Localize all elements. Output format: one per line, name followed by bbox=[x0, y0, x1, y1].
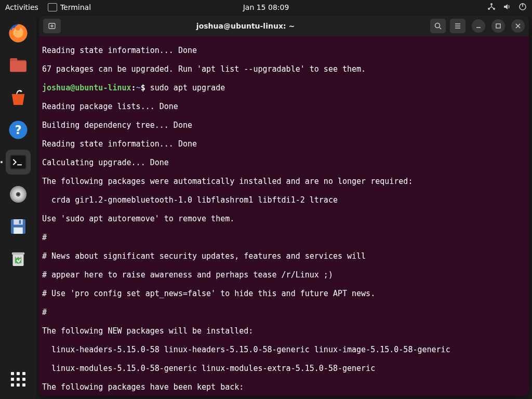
term-line: The following packages have been kept ba… bbox=[39, 382, 529, 392]
dock-trash[interactable] bbox=[6, 246, 31, 271]
term-line: The following NEW packages will be insta… bbox=[39, 326, 529, 336]
network-icon[interactable] bbox=[487, 3, 496, 12]
term-line: The following packages were automaticall… bbox=[39, 177, 529, 186]
volume-icon[interactable] bbox=[503, 3, 511, 12]
term-line: 67 packages can be upgraded. Run 'apt li… bbox=[39, 64, 529, 74]
search-button[interactable] bbox=[430, 19, 446, 33]
svg-rect-12 bbox=[11, 156, 25, 169]
window-title: joshua@ubuntu-linux: ~ bbox=[65, 22, 426, 30]
term-line: Building dependency tree... Done bbox=[39, 121, 529, 130]
command-text: sudo apt upgrade bbox=[145, 83, 225, 92]
term-line: Reading state information... Done bbox=[39, 139, 529, 149]
terminal-window: joshua@ubuntu-linux: ~ Reading state inf… bbox=[39, 16, 529, 396]
prompt-path: ~ bbox=[136, 83, 141, 92]
svg-rect-26 bbox=[496, 24, 500, 28]
new-tab-button[interactable] bbox=[43, 19, 61, 33]
activities-button[interactable]: Activities bbox=[5, 3, 38, 11]
terminal-app-icon bbox=[48, 3, 57, 11]
svg-text:?: ? bbox=[15, 123, 21, 137]
svg-point-16 bbox=[17, 193, 19, 195]
term-line: Use 'sudo apt autoremove' to remove them… bbox=[39, 214, 529, 223]
close-button[interactable] bbox=[511, 19, 525, 33]
term-line: linux-headers-5.15.0-58 linux-headers-5.… bbox=[39, 345, 529, 354]
dock-files[interactable] bbox=[6, 53, 31, 78]
clock[interactable]: Jan 15 08:09 bbox=[243, 3, 289, 11]
dock-disc[interactable] bbox=[6, 182, 31, 207]
svg-rect-4 bbox=[522, 3, 523, 7]
dock-save[interactable] bbox=[6, 214, 31, 239]
apps-grid-icon bbox=[11, 372, 25, 387]
dock-software[interactable] bbox=[6, 85, 31, 110]
svg-rect-22 bbox=[12, 252, 25, 255]
maximize-button[interactable] bbox=[491, 19, 505, 33]
app-menu[interactable]: Terminal bbox=[48, 3, 91, 11]
term-line: Reading state information... Done bbox=[39, 46, 529, 55]
svg-point-25 bbox=[435, 23, 440, 28]
show-applications-button[interactable] bbox=[6, 367, 31, 392]
terminal-output[interactable]: Reading state information... Done 67 pac… bbox=[39, 36, 529, 396]
minimize-button[interactable] bbox=[472, 19, 485, 33]
term-line: # bbox=[39, 308, 529, 317]
term-line: # appear here to raise awareness and per… bbox=[39, 270, 529, 280]
svg-rect-19 bbox=[14, 228, 23, 234]
window-titlebar: joshua@ubuntu-linux: ~ bbox=[39, 16, 529, 36]
dock-help[interactable]: ? bbox=[6, 117, 31, 142]
term-line: Reading package lists... Done bbox=[39, 102, 529, 111]
term-line: # Use 'pro config set apt_news=false' to… bbox=[39, 289, 529, 298]
svg-rect-18 bbox=[14, 219, 23, 225]
svg-rect-20 bbox=[19, 220, 21, 224]
svg-rect-8 bbox=[10, 61, 26, 72]
prompt-user-host: joshua@ubuntu-linux bbox=[42, 83, 131, 92]
term-line: # bbox=[39, 233, 529, 242]
term-line: # News about significant security update… bbox=[39, 251, 529, 261]
dock-terminal[interactable] bbox=[6, 150, 31, 175]
term-prompt-line: joshua@ubuntu-linux:~$ sudo apt upgrade bbox=[39, 83, 529, 92]
app-menu-label: Terminal bbox=[60, 3, 91, 11]
term-line: crda gir1.2-gnomebluetooth-1.0 libflashr… bbox=[39, 195, 529, 205]
ubuntu-dock: ? bbox=[0, 15, 36, 399]
term-line: Calculating upgrade... Done bbox=[39, 158, 529, 167]
dock-firefox[interactable] bbox=[6, 21, 31, 46]
power-icon[interactable] bbox=[518, 3, 527, 12]
svg-point-0 bbox=[490, 3, 493, 5]
gnome-top-bar: Activities Terminal Jan 15 08:09 bbox=[0, 0, 532, 15]
term-line: linux-modules-5.15.0-58-generic linux-mo… bbox=[39, 364, 529, 373]
hamburger-menu-button[interactable] bbox=[450, 19, 466, 33]
